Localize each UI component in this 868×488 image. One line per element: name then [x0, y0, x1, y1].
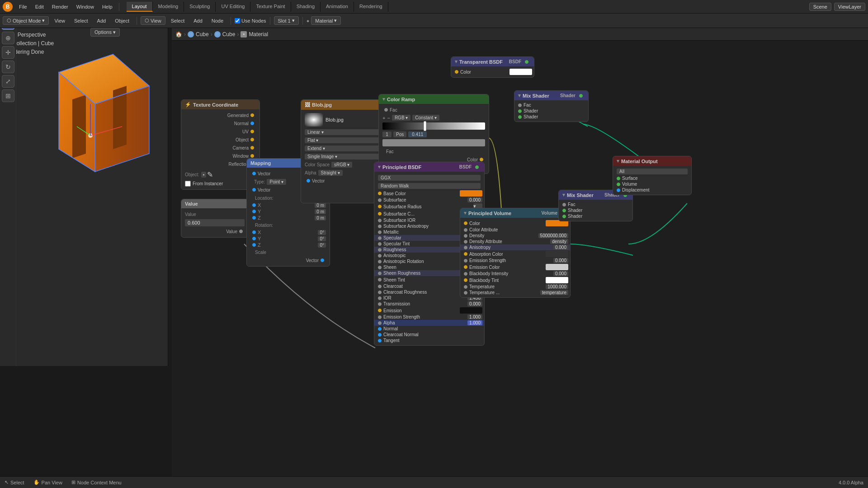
colorramp-marker[interactable] — [424, 121, 426, 131]
texture-coord-header: ⚡ Texture Coordinate — [181, 100, 259, 109]
pvol-collapse-icon[interactable]: ▾ — [464, 210, 467, 216]
mix2-collapse-icon[interactable]: ▾ — [562, 192, 565, 198]
pbsdf-title: Principled BSDF — [382, 164, 421, 170]
tb2-node[interactable]: Node — [208, 17, 227, 24]
scene-selector[interactable]: Scene — [809, 3, 831, 11]
colorramp-pos-value[interactable]: 0.411 — [408, 131, 427, 137]
colorramp-bar[interactable] — [382, 122, 485, 130]
tb2-object[interactable]: Object — [111, 17, 133, 24]
pvol-bbit-val[interactable]: 0.000 — [553, 271, 568, 276]
mix1-fac-socket — [518, 103, 522, 107]
blob-title: Blob.jpg — [312, 102, 332, 108]
pvol-abscol-picker[interactable] — [546, 251, 568, 257]
scale-tool-btn[interactable]: ⤢ — [2, 75, 14, 88]
pvol-temp-val[interactable]: 1000.000 — [546, 284, 568, 289]
view-layer-selector[interactable]: ViewLayer — [834, 3, 865, 11]
colorramp-collapse-icon[interactable]: ▾ — [382, 96, 385, 102]
tb2-select[interactable]: Select — [71, 17, 92, 24]
tb2-view[interactable]: View — [51, 17, 69, 24]
tab-rendering[interactable]: Rendering — [354, 2, 388, 12]
from-instancer-checkbox[interactable] — [185, 181, 191, 187]
pvol-emstrength-val[interactable]: 0.000 — [553, 258, 568, 263]
colorramp-remove[interactable]: − — [387, 115, 390, 121]
tab-modeling[interactable]: Modeling — [153, 2, 184, 12]
viewport-options-btn[interactable]: Options ▾ — [90, 28, 120, 37]
pvol-tempattr-val[interactable]: temperature — [540, 290, 568, 295]
bc-cube2[interactable]: □ Cube — [214, 31, 236, 38]
pvol-bbtint-picker[interactable] — [546, 277, 568, 283]
colorramp-interp[interactable]: Constant ▾ — [412, 115, 439, 121]
tbsdf-collapse-icon[interactable]: ▾ — [455, 59, 458, 65]
tab-shading[interactable]: Shading — [291, 2, 321, 12]
pvol-densattr-val[interactable]: density — [550, 239, 568, 244]
principled-volume-node[interactable]: ▾ Principled Volume Volume Color Color A… — [460, 208, 571, 298]
pbsdf-base-color-picker[interactable] — [460, 190, 482, 197]
tab-layout[interactable]: Layout — [127, 2, 153, 12]
left-toolbar: ↖ ⊕ ✛ ↻ ⤢ ⊞ — [0, 14, 16, 366]
pbsdf-sss-selector[interactable]: Random Walk — [378, 183, 481, 189]
blob-alpha-selector[interactable]: Straight ▾ — [318, 170, 343, 176]
matout-displacement-socket — [617, 188, 620, 192]
blob-colorspace-selector[interactable]: sRGB ▾ — [331, 162, 352, 168]
tbsdf-color-picker[interactable] — [509, 69, 532, 75]
menu-window[interactable]: Window — [73, 3, 98, 10]
bc-cube1[interactable]: □ Cube — [188, 31, 209, 38]
pbsdf-anisorot-socket — [378, 260, 382, 263]
object-mode-btn[interactable]: ⬡ Object Mode ▾ — [3, 16, 49, 25]
colorramp-header: ▾ Color Ramp — [379, 94, 489, 104]
menu-render[interactable]: Render — [48, 3, 72, 10]
pbsdf-trans-val[interactable]: 0.000 — [467, 301, 482, 306]
pbsdf-emstrength-val[interactable]: 1.000 — [467, 314, 482, 319]
pbsdf-alpha-val[interactable]: 1.000 — [467, 320, 482, 325]
tb2-select2[interactable]: Select — [167, 17, 189, 24]
value-input-display[interactable]: 0.600 — [185, 219, 245, 226]
pbsdf-ggx-selector[interactable]: GGX — [378, 175, 481, 181]
blender-logo: B — [3, 2, 13, 12]
matout-collapse-icon[interactable]: ▾ — [617, 158, 619, 164]
transform-tool-btn[interactable]: ⊞ — [2, 89, 14, 102]
tb2-add2[interactable]: Add — [190, 17, 206, 24]
use-nodes-toggle[interactable]: Use Nodes — [235, 18, 266, 23]
pvol-density-val[interactable]: 5000000.000 — [538, 233, 568, 238]
menu-help[interactable]: Help — [99, 3, 116, 10]
tbsdf-content: Color — [451, 66, 534, 77]
pbsdf-emission-picker[interactable] — [460, 307, 482, 314]
pbsdf-collapse-icon[interactable]: ▾ — [378, 164, 381, 170]
value-node[interactable]: Value Value 0.600 Value — [181, 199, 249, 238]
material-selector[interactable]: Material▾ — [311, 16, 341, 25]
material-output-node[interactable]: ▾ Material Output All Surface Volume Dis… — [613, 156, 692, 195]
move-tool-btn[interactable]: ✛ — [2, 46, 14, 59]
pbsdf-subsurface-val[interactable]: 0.000 — [467, 197, 482, 202]
colorramp-mode[interactable]: RGB ▾ — [392, 115, 410, 121]
tb2-add[interactable]: Add — [94, 17, 110, 24]
cursor-tool-btn[interactable]: ⊕ — [2, 32, 14, 44]
bc-material[interactable]: ● Material — [241, 31, 268, 38]
pvol-emcol-picker[interactable] — [546, 264, 568, 270]
menu-file[interactable]: File — [15, 3, 31, 10]
mapping-type-selector[interactable]: Point ▾ — [267, 179, 286, 185]
slot-selector[interactable]: Slot 1▾ — [274, 16, 299, 25]
pbsdf-ggx: GGX — [374, 174, 484, 182]
pvol-emstrength-socket — [464, 259, 467, 263]
pvol-abscol-socket — [464, 252, 467, 256]
matout-all-btn[interactable]: All — [617, 169, 688, 174]
from-instancer-label: From Instancer — [193, 181, 223, 186]
tab-texture-paint[interactable]: Texture Paint — [250, 2, 291, 12]
colorramp-add[interactable]: + — [382, 115, 385, 121]
pvol-aniso-val[interactable]: 0.000 — [553, 245, 568, 250]
menu-edit[interactable]: Edit — [32, 3, 47, 10]
tab-uv-editing[interactable]: UV Editing — [216, 2, 250, 12]
viewport-btn[interactable]: ⬡ View — [141, 16, 165, 25]
tab-animation[interactable]: Animation — [321, 2, 354, 12]
mix1-collapse-icon[interactable]: ▾ — [518, 93, 521, 99]
use-nodes-checkbox[interactable] — [235, 18, 240, 23]
transparent-bsdf-node[interactable]: ▾ Transparent BSDF BSDF Color — [451, 56, 534, 78]
rotate-tool-btn[interactable]: ↻ — [2, 61, 14, 73]
colorramp-color-picker[interactable] — [382, 139, 485, 146]
mix-shader-1-node[interactable]: ▾ Mix Shader Shader Fac Shader Shader — [514, 90, 589, 122]
tab-sculpting[interactable]: Sculpting — [184, 2, 216, 12]
colorramp-pos-mode[interactable]: Pos — [393, 131, 406, 137]
pbsdf-header: ▾ Principled BSDF BSDF — [374, 162, 484, 172]
pbsdf-base-color-row: Base Color — [374, 190, 484, 197]
node-context-label: Node Context Menu — [77, 480, 122, 485]
